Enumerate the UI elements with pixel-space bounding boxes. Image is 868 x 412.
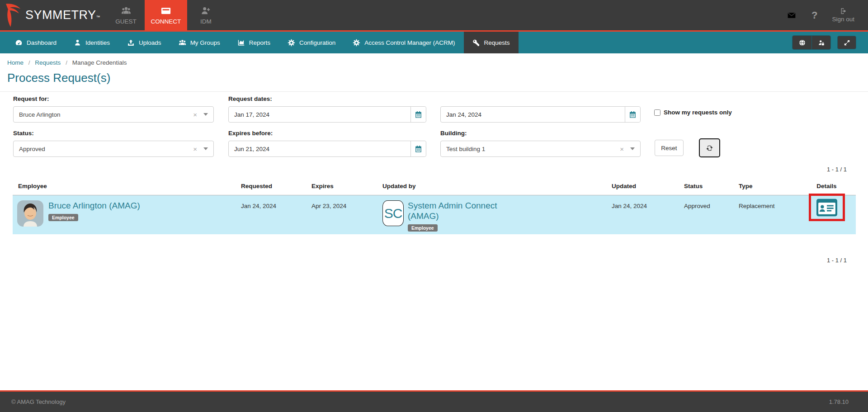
refresh-icon (706, 144, 713, 152)
updated-by-name-link[interactable]: System Admin Connect (AMAG) (408, 200, 516, 221)
breadcrumb-current: Manage Credentials (72, 59, 127, 66)
request-for-select[interactable]: Bruce Arlington × (13, 106, 214, 123)
brand-trademark: ™ (96, 15, 100, 19)
type-cell: Replacement (739, 195, 797, 234)
expand-icon (844, 39, 850, 46)
calendar-button[interactable] (410, 141, 426, 156)
tab-connect[interactable]: CONNECT (145, 0, 188, 30)
nav-uploads[interactable]: Uploads (118, 32, 170, 53)
language-button[interactable] (793, 36, 811, 49)
brand-name: SYMMETRY (25, 8, 96, 22)
help-icon[interactable]: ? (811, 9, 817, 21)
employee-cell: Bruce Arlington (AMAG) Employee (13, 195, 241, 234)
request-date-to-input[interactable]: Jan 24, 2024 (440, 106, 641, 123)
col-expires: Expires (311, 183, 382, 189)
expires-before-input[interactable]: Jun 21, 2024 (228, 141, 426, 157)
nav-acrm[interactable]: Access Control Manager (ACRM) (344, 32, 463, 53)
tab-idm[interactable]: IDM (187, 0, 224, 30)
dashboard-icon (15, 39, 23, 47)
building-select[interactable]: Test building 1 × (440, 141, 641, 157)
fullscreen-button[interactable] (837, 36, 856, 49)
employee-name-link[interactable]: Bruce Arlington (AMAG) (48, 201, 140, 210)
privacy-icon (818, 39, 825, 46)
users-icon (121, 6, 131, 16)
nav-reports[interactable]: Reports (229, 32, 279, 53)
filter-panel: Request for: Bruce Arlington × Request d… (0, 92, 868, 164)
footer-copyright: © AMAG Technology (11, 398, 66, 405)
nav-right-buttons (792, 32, 868, 53)
footer-version: 1.78.10 (829, 398, 849, 405)
calendar-icon (629, 111, 637, 118)
nav-button-group (792, 35, 831, 50)
request-date-from-input[interactable]: Jan 17, 2024 (228, 106, 426, 123)
annotation-highlight (809, 194, 845, 221)
table-row[interactable]: Bruce Arlington (AMAG) Employee Jan 24, … (13, 195, 856, 234)
clear-icon[interactable]: × (191, 145, 199, 153)
details-cell (797, 195, 856, 234)
chevron-down-icon[interactable] (203, 147, 208, 150)
col-requested: Requested (241, 183, 311, 189)
col-employee: Employee (13, 183, 241, 189)
breadcrumb: Home / Requests / Manage Credentials (0, 53, 868, 70)
col-updated: Updated (612, 183, 684, 189)
request-dates-label: Request dates: (228, 95, 272, 102)
updated-by-cell: SC System Admin Connect (AMAG) Employee (382, 195, 612, 234)
page-title: Process Request(s) (7, 71, 861, 85)
col-status: Status (684, 183, 739, 189)
breadcrumb-home[interactable]: Home (7, 59, 24, 66)
request-for-label: Request for: (13, 95, 49, 102)
details-button[interactable] (816, 199, 837, 217)
upload-icon (127, 39, 135, 47)
initials-avatar: SC (382, 200, 404, 226)
calendar-button[interactable] (410, 107, 426, 122)
nav-requests[interactable]: Requests (464, 32, 519, 53)
calendar-icon (415, 145, 422, 153)
privacy-button[interactable] (811, 36, 830, 49)
nav-configuration[interactable]: Configuration (279, 32, 344, 53)
calendar-button[interactable] (625, 107, 640, 122)
product-tabs: GUEST CONNECT IDM (108, 0, 225, 30)
user-icon (74, 39, 81, 47)
calendar-icon (415, 111, 422, 118)
nav-my-groups[interactable]: My Groups (170, 32, 229, 53)
breadcrumb-requests[interactable]: Requests (35, 59, 61, 66)
status-cell: Approved (684, 195, 739, 234)
app-header: SYMMETRY ™ GUEST CONNECT IDM ? Sign out (0, 0, 868, 32)
col-type: Type (739, 183, 797, 189)
header-actions: ? Sign out (786, 0, 868, 30)
nav-identities[interactable]: Identities (65, 32, 118, 53)
pagination-top: 1 - 1 / 1 (0, 166, 868, 173)
clear-icon[interactable]: × (191, 111, 199, 118)
status-label: Status: (13, 130, 34, 137)
refresh-button[interactable] (699, 138, 720, 157)
col-updated-by: Updated by (382, 183, 612, 189)
chevron-down-icon[interactable] (630, 147, 635, 150)
expires-cell: Apr 23, 2024 (311, 195, 382, 234)
requests-table: Employee Requested Expires Updated by Up… (13, 173, 856, 234)
chevron-down-icon[interactable] (203, 113, 208, 116)
checkbox-input[interactable] (654, 109, 660, 116)
clear-icon[interactable]: × (618, 145, 626, 153)
nav-dashboard[interactable]: Dashboard (6, 32, 65, 53)
building-label: Building: (440, 130, 467, 137)
tab-guest[interactable]: GUEST (108, 0, 145, 30)
pagination-bottom: 1 - 1 / 1 (0, 257, 868, 264)
updated-by-badge: Employee (408, 224, 438, 232)
symmetry-logo: SYMMETRY ™ (0, 0, 108, 30)
reset-button[interactable]: Reset (655, 140, 684, 156)
sign-out-icon (840, 8, 847, 14)
envelope-icon[interactable] (786, 11, 797, 20)
show-my-requests-checkbox[interactable]: Show my requests only (654, 109, 732, 116)
reports-icon (237, 39, 245, 47)
main-nav: Dashboard Identities Uploads My Groups R… (0, 32, 868, 53)
updated-cell: Jan 24, 2024 (612, 195, 684, 234)
gear-icon (288, 39, 295, 47)
groups-icon (179, 39, 186, 47)
sign-out-button[interactable]: Sign out (832, 8, 854, 23)
status-select[interactable]: Approved × (13, 141, 214, 157)
expires-before-label: Expires before: (228, 130, 273, 137)
user-plus-icon (201, 6, 211, 16)
requested-cell: Jan 24, 2024 (241, 195, 311, 234)
avatar (17, 200, 43, 227)
col-details: Details (797, 183, 856, 189)
